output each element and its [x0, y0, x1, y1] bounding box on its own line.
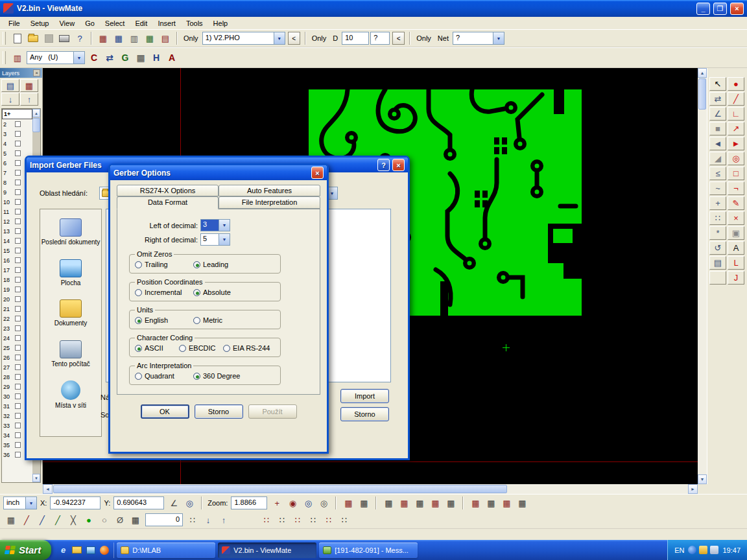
save-file-icon[interactable]	[41, 31, 56, 45]
layer-row-active[interactable]: 1+	[2, 109, 32, 119]
title-bar[interactable]: V2.bin - ViewMate _ ❐ ×	[0, 0, 747, 17]
desktop-quicklaunch-icon[interactable]	[85, 544, 96, 555]
hatch-style-icon-2[interactable]: ╱	[34, 513, 50, 527]
close-icon[interactable]: ×	[33, 69, 40, 76]
layer-visibility-checkbox[interactable]	[15, 286, 21, 292]
open-file-icon[interactable]	[25, 31, 41, 45]
blank-slot[interactable]	[709, 271, 726, 285]
pad-dot-icon[interactable]: ●	[728, 77, 744, 91]
chevron-down-icon[interactable]: ▼	[25, 497, 36, 509]
scroll-left-icon[interactable]: ◄	[43, 484, 53, 494]
layer-list-icon[interactable]: ▤	[1, 79, 19, 92]
layer-visibility-checkbox[interactable]	[15, 335, 21, 341]
task-mlab[interactable]: D:\MLAB	[117, 542, 215, 558]
scroll-down-icon[interactable]: ▼	[32, 474, 40, 482]
move-layer-up-icon[interactable]: ↑	[20, 93, 38, 106]
place-desktop[interactable]: Plocha	[40, 259, 101, 287]
radio-option[interactable]: Absolute	[193, 288, 231, 296]
scroll-down-icon[interactable]: ▼	[698, 474, 707, 484]
hatch-style-icon-1[interactable]: ╱	[19, 513, 34, 527]
scroll-right-icon[interactable]: ►	[688, 484, 698, 494]
radio-option[interactable]: Incremental	[135, 288, 189, 296]
letter-j-icon[interactable]: J	[728, 271, 744, 285]
menu-item[interactable]: Select	[101, 19, 130, 28]
film-select-icon[interactable]: ▥	[10, 51, 25, 65]
layer-visibility-checkbox[interactable]	[15, 403, 21, 409]
ok-button[interactable]: OK	[141, 404, 189, 419]
layer-visibility-checkbox[interactable]	[15, 170, 21, 176]
apply-button[interactable]: Použít	[248, 404, 297, 419]
layers-small-icon[interactable]: ▤	[709, 256, 726, 270]
layer-visibility-checkbox[interactable]	[15, 384, 21, 390]
angle-measure-icon[interactable]: ∠	[709, 107, 726, 121]
scroll-up-icon[interactable]: ▲	[32, 109, 40, 117]
crosshair-icon[interactable]: +	[269, 496, 285, 510]
tab[interactable]: RS274-X Options	[117, 185, 219, 196]
radio-option[interactable]: English	[135, 316, 189, 324]
radio-option[interactable]: Trailing	[135, 261, 189, 268]
layer-visibility-checkbox[interactable]	[15, 131, 21, 137]
only-layer-label[interactable]: Only	[181, 34, 201, 42]
corner-draw-icon[interactable]: ¬	[728, 181, 744, 195]
units-combo[interactable]: inch ▼	[3, 496, 37, 509]
gerber-mode-icon[interactable]: G	[117, 51, 133, 65]
radio-option[interactable]: EBCDIC	[179, 344, 219, 352]
previous-layer-button[interactable]: <	[288, 32, 300, 45]
chevron-down-icon[interactable]: ▼	[73, 52, 84, 64]
layers-table-icon[interactable]: ▦	[142, 31, 158, 45]
film-table-icon-2[interactable]: ▦	[356, 496, 372, 510]
left-of-decimal-combo[interactable]: 3 ▼	[200, 219, 230, 231]
context-help-icon[interactable]: ?	[72, 31, 88, 45]
rotate-icon[interactable]: ↺	[709, 241, 726, 255]
close-icon[interactable]: ×	[311, 167, 324, 179]
layer-visibility-checkbox[interactable]	[15, 199, 21, 205]
task-viewmate[interactable]: V2.bin - ViewMate	[218, 542, 316, 558]
menu-item[interactable]: Go	[80, 19, 99, 28]
circle-mode-icon[interactable]: C	[86, 51, 102, 65]
pan-move-icon[interactable]: +	[709, 196, 726, 210]
text-a-icon[interactable]: A	[728, 241, 744, 255]
y-coordinate-value[interactable]: 0.690643	[113, 496, 164, 509]
view-table-icon-4[interactable]: ▦	[427, 496, 443, 510]
tab[interactable]: File Interpretation	[219, 196, 320, 209]
tray-update-icon[interactable]	[699, 546, 707, 554]
menu-item[interactable]: Insert	[153, 19, 180, 28]
move-layer-down-icon[interactable]: ↓	[1, 93, 19, 106]
vertical-scrollbar[interactable]: ▲ ▼	[698, 68, 707, 484]
layer-table-icon[interactable]: ▦	[20, 79, 38, 92]
layer-visibility-checkbox[interactable]	[15, 150, 21, 156]
layer-visibility-checkbox[interactable]	[15, 432, 21, 438]
hatch-style-icon-4[interactable]: ╳	[65, 513, 81, 527]
layer-visibility-checkbox[interactable]	[15, 345, 21, 351]
scroll-up-icon[interactable]: ▲	[698, 68, 707, 78]
layer-row[interactable]: 3	[2, 129, 32, 139]
layer-visibility-checkbox[interactable]	[15, 257, 21, 263]
menu-item[interactable]: Setup	[26, 19, 54, 28]
close-icon[interactable]: ×	[392, 159, 405, 171]
filled-rect-icon[interactable]: ■	[709, 122, 726, 135]
layer-visibility-checkbox[interactable]	[15, 277, 21, 283]
scrollbar-track[interactable]	[698, 110, 707, 474]
wave-icon[interactable]: ~	[709, 181, 726, 195]
anchor-up-icon[interactable]: ↑	[216, 513, 231, 527]
place-computer[interactable]: Tento počítač	[40, 340, 101, 368]
chevron-down-icon[interactable]: ▼	[493, 32, 504, 44]
new-file-icon[interactable]	[10, 31, 25, 45]
scrollbar-thumb[interactable]	[698, 78, 706, 110]
origin-target-icon[interactable]: ◎	[182, 496, 197, 510]
previous-dcode-button[interactable]: <	[392, 32, 405, 45]
menu-item[interactable]: Help	[209, 19, 233, 28]
layer-visibility-checkbox[interactable]	[15, 316, 21, 321]
menu-item[interactable]: File	[4, 19, 25, 28]
pad-table-icon-4[interactable]: ▦	[514, 496, 530, 510]
radio-option[interactable]: Leading	[193, 261, 228, 268]
select-cursor-icon[interactable]: ↖	[709, 77, 726, 91]
vector-arrow-icon[interactable]: ↗	[728, 122, 744, 135]
close-button[interactable]: ×	[730, 3, 744, 15]
rect-outline-icon[interactable]: □	[728, 167, 744, 180]
film-table-icon-1[interactable]: ▦	[340, 496, 356, 510]
ie-quicklaunch-icon[interactable]: e	[58, 544, 69, 555]
zoom-fit-icon[interactable]: ◎	[316, 496, 331, 510]
layer-visibility-checkbox[interactable]	[15, 364, 21, 370]
place-documents[interactable]: Dokumenty	[40, 299, 101, 327]
